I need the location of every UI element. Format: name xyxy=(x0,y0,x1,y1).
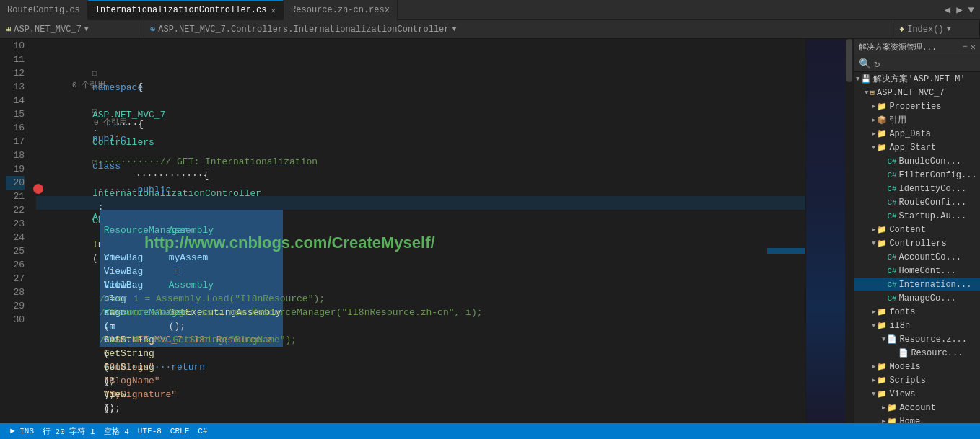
app-start-label: App_Start xyxy=(889,143,936,153)
code-line-14: ····{ xyxy=(36,104,805,117)
code-line-19: Assembly myAssem = Assembly . GetExecuti… xyxy=(36,182,805,196)
tree-filterconfig[interactable]: C# FilterConfig... xyxy=(854,168,980,182)
il8n-label: il8n xyxy=(889,321,910,331)
status-spaces[interactable]: 空格 4 xyxy=(100,426,134,437)
views-account-label: Account xyxy=(899,403,935,413)
references-icon: 📦 xyxy=(877,115,887,125)
project-selector[interactable]: ⊞ ASP.NET_MVC_7 ▼ xyxy=(0,20,144,38)
tab-resource-label: Resource.zh-cn.resx xyxy=(291,5,390,15)
ns-dropdown-icon: ▼ xyxy=(452,25,457,33)
internationalizationcontroller-icon: C# xyxy=(887,280,896,289)
tree-resource-child[interactable]: 📄 Resourc... xyxy=(854,346,980,360)
tree-fonts[interactable]: ▶ 📁 fonts xyxy=(854,305,980,319)
tab-dropdown-icon[interactable]: ▼ xyxy=(966,4,977,16)
tree-identityconfig[interactable]: C# IdentityCo... xyxy=(854,182,980,195)
editor-area: http://www.cnblogs.com/CreateMyself/ 10 … xyxy=(0,39,854,423)
method-selector[interactable]: ♦ Index() ▼ xyxy=(893,20,980,38)
startup-label: Startup.Au... xyxy=(899,211,967,221)
code-line-10 xyxy=(36,39,805,53)
content-icon: 📁 xyxy=(877,225,887,234)
namespace-selector[interactable]: ⊕ ASP.NET_MVC_7.Controllers.Internationa… xyxy=(144,20,893,38)
properties-label: Properties xyxy=(889,102,941,112)
code-content[interactable]: □ namespace ASP.NET_MVC_7 . Controllers … xyxy=(30,39,805,423)
accountcontroller-icon: C# xyxy=(887,253,896,262)
tab-internationalization-label: InternationalizationController.cs xyxy=(95,5,267,15)
solution-tree[interactable]: ▼ 💾 解决方案'ASP.NET M' ▼ ⊞ ASP.NET MVC_7 ▶ … xyxy=(854,72,980,423)
scroll-thumb[interactable] xyxy=(846,39,852,82)
tab-internationalization[interactable]: InternationalizationController.cs ✕ xyxy=(88,0,284,20)
tree-models[interactable]: ▶ 📁 Models xyxy=(854,360,980,373)
close-panel-icon[interactable]: ✕ xyxy=(971,42,976,53)
bundleconfig-icon: C# xyxy=(887,157,896,166)
controllers-icon: 📁 xyxy=(877,239,887,248)
method-label: Index() xyxy=(907,25,943,35)
solution-toolbar: 🔍 ↻ xyxy=(854,56,980,72)
pin-icon[interactable]: − xyxy=(963,42,968,53)
tree-properties[interactable]: ▶ 📁 Properties xyxy=(854,99,980,113)
status-mode[interactable]: ► INS xyxy=(6,427,38,435)
tree-routeconfig[interactable]: C# RouteConfi... xyxy=(854,195,980,209)
line-numbers: 10 11 12 13 14 15 16 17 18 19 20 21 22 2… xyxy=(0,39,30,423)
tree-solution-root[interactable]: ▼ 💾 解决方案'ASP.NET M' xyxy=(854,72,980,86)
tab-routeconfig[interactable]: RouteConfig.cs xyxy=(0,0,88,20)
tree-project[interactable]: ▼ ⊞ ASP.NET MVC_7 xyxy=(854,86,980,99)
scripts-label: Scripts xyxy=(889,376,925,386)
tree-references[interactable]: ▶ 📦 引用 xyxy=(854,113,980,127)
app-data-label: App_Data xyxy=(889,129,931,139)
tree-startup[interactable]: C# Startup.Au... xyxy=(854,209,980,223)
code-line-30: ············return View (); xyxy=(36,333,805,347)
references-label: 引用 xyxy=(889,114,906,126)
ns-icon: ⊕ xyxy=(150,24,155,35)
status-lang[interactable]: C# xyxy=(193,427,211,435)
fonts-label: fonts xyxy=(889,307,915,317)
tree-managecontroller[interactable]: C# ManageCo... xyxy=(854,291,980,305)
tree-resource-zh-cn[interactable]: ▼ 📄 Resource.z... xyxy=(854,332,980,346)
tree-homecontroller[interactable]: C# HomeCont... xyxy=(854,264,980,278)
solution-explorer-panel: 解决方案资源管理... − ✕ 🔍 ↻ ▼ 💾 解决方案'ASP.NET M' … xyxy=(854,39,980,423)
status-line-col[interactable]: 行 20 字符 1 xyxy=(38,426,100,437)
method-icon: ♦ xyxy=(899,25,904,35)
tree-views-account[interactable]: ▶ 📁 Account xyxy=(854,401,980,414)
project-label: ASP.NET_MVC_7 xyxy=(14,25,82,35)
code-line-11: □ namespace ASP.NET_MVC_7 . Controllers xyxy=(36,53,805,66)
routeconfig-icon: C# xyxy=(887,198,896,207)
search-solution-icon[interactable]: 🔍 xyxy=(857,58,872,70)
status-crlf[interactable]: CRLF xyxy=(166,427,193,435)
tab-internationalization-close[interactable]: ✕ xyxy=(271,6,276,15)
code-line-13: □ ···· public class Internationalization… xyxy=(36,90,805,104)
code-line-24: ViewBag . sign = rm . GetString ( "MySig… xyxy=(36,251,805,265)
tree-app-start[interactable]: ▼ 📁 App_Start xyxy=(854,141,980,154)
status-encoding[interactable]: UTF-8 xyxy=(134,427,166,435)
tree-internationalizationcontroller[interactable]: C# Internation... xyxy=(854,278,980,291)
project-icon: ⊞ xyxy=(6,24,11,35)
tree-app-data[interactable]: ▶ 📁 App_Data xyxy=(854,127,980,141)
right-panel-icons: − ✕ xyxy=(963,42,976,53)
properties-expand-icon: ▶ xyxy=(872,102,875,110)
tab-scroll-left-icon[interactable]: ◀ xyxy=(942,4,953,16)
code-line-20: ResourceManager rm = new ResourceManager… xyxy=(36,196,805,210)
views-account-icon: 📁 xyxy=(887,403,897,412)
resource-zh-cn-label: Resource.z... xyxy=(899,334,967,345)
views-home-label: Home xyxy=(899,417,920,424)
breadcrumb-bar: ⊞ ASP.NET_MVC_7 ▼ ⊕ ASP.NET_MVC_7.Contro… xyxy=(0,20,980,39)
breakpoint-indicator-19 xyxy=(33,184,43,194)
tree-bundleconfig[interactable]: C# BundleCon... xyxy=(854,154,980,168)
app-data-icon: 📁 xyxy=(877,129,887,138)
refresh-icon[interactable]: ↻ xyxy=(872,58,881,70)
tab-routeconfig-label: RouteConfig.cs xyxy=(7,5,80,15)
tree-views-home[interactable]: ▶ 📁 Home xyxy=(854,414,980,423)
vertical-scrollbar[interactable] xyxy=(845,39,854,423)
tree-views[interactable]: ▼ 📁 Views xyxy=(854,387,980,401)
tree-controllers[interactable]: ▼ 📁 Controllers xyxy=(854,236,980,250)
tree-content[interactable]: ▶ 📁 Content xyxy=(854,223,980,236)
tree-accountcontroller[interactable]: C# AccountCo... xyxy=(854,250,980,264)
tree-il8n[interactable]: ▼ 📁 il8n xyxy=(854,319,980,332)
tree-scripts[interactable]: ▶ 📁 Scripts xyxy=(854,373,980,387)
bundleconfig-label: BundleCon... xyxy=(899,156,961,167)
code-line-29: //var d = ss.GetString("BlogName"); xyxy=(36,319,805,333)
code-container[interactable]: 10 11 12 13 14 15 16 17 18 19 20 21 22 2… xyxy=(0,39,854,423)
accountcontroller-label: AccountCo... xyxy=(899,252,961,262)
tab-scroll-right-icon[interactable]: ▶ xyxy=(953,4,965,16)
tab-bar: RouteConfig.cs InternationalizationContr… xyxy=(0,0,980,20)
tab-resource[interactable]: Resource.zh-cn.resx xyxy=(284,0,398,20)
